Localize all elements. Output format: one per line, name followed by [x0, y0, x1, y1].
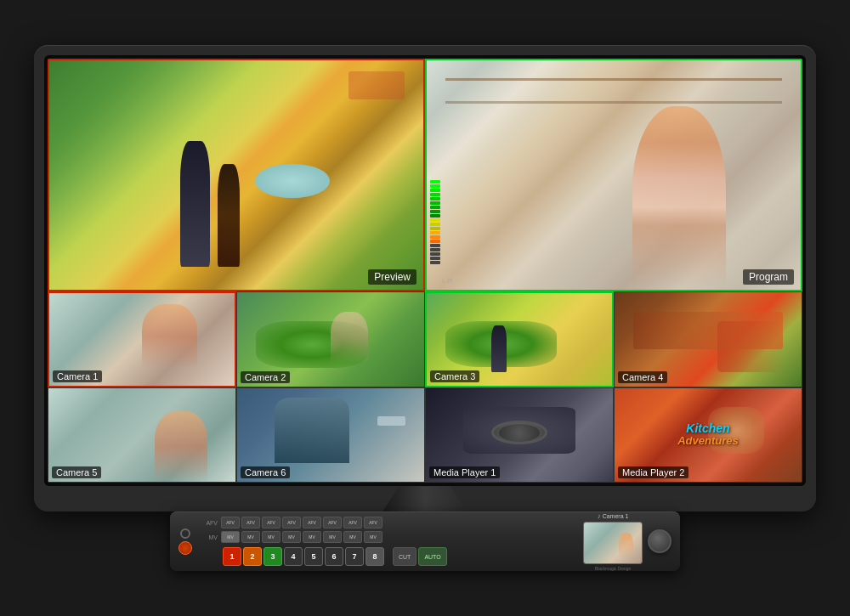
afv-label: AFV: [201, 520, 218, 526]
sw-btn-afv-1[interactable]: AFV: [221, 517, 240, 528]
source-button-3[interactable]: 3: [264, 547, 282, 566]
camera3-label: Camera 3: [430, 370, 479, 382]
source-camera2[interactable]: Camera 2: [236, 291, 425, 387]
tv-screen-bezel: Preview: [44, 55, 806, 487]
program-label: Program: [743, 269, 794, 285]
sw-btn-afv-5[interactable]: AFV: [303, 517, 321, 528]
tv-neck: [382, 486, 468, 511]
source-camera5[interactable]: Camera 5: [48, 387, 236, 483]
sw-btn-mv-5[interactable]: MV: [303, 531, 321, 543]
sw-btn-mv-2[interactable]: MV: [241, 531, 260, 543]
sw-btn-afv-4[interactable]: AFV: [282, 517, 301, 528]
camera6-label: Camera 6: [241, 466, 290, 478]
brand-label: Blackmagic Design: [595, 566, 632, 571]
mv-label: MV: [201, 534, 218, 540]
camera2-label: Camera 2: [241, 371, 290, 383]
tv-outer: Preview: [34, 45, 816, 512]
source-camera6[interactable]: Camera 6: [236, 387, 425, 483]
program-panel: L R Program: [425, 59, 802, 292]
source-button-1[interactable]: 1: [223, 547, 241, 566]
sw-btn-afv-8[interactable]: AFV: [364, 517, 382, 528]
preview-label: Preview: [368, 269, 416, 285]
cut-button[interactable]: CUT: [393, 547, 416, 566]
sw-btn-mv-7[interactable]: MV: [343, 531, 362, 543]
mediaplayer2-label: Media Player 2: [618, 466, 688, 478]
audio-meter: [430, 94, 440, 264]
switcher-current-source: Camera 1: [603, 513, 629, 519]
tv-screen: Preview: [48, 59, 802, 483]
switcher: AFV AFV AFV AFV AFV AFV AFV AFV AFV MV M…: [170, 511, 680, 571]
source-button-6[interactable]: 6: [325, 547, 343, 566]
source-camera3[interactable]: Camera 3: [425, 291, 614, 387]
preview-panel: Preview: [48, 59, 425, 292]
source-button-7[interactable]: 7: [345, 547, 364, 566]
sw-btn-mv-4[interactable]: MV: [282, 531, 301, 543]
sw-btn-mv-8[interactable]: MV: [364, 531, 382, 543]
sw-btn-afv-2[interactable]: AFV: [241, 517, 260, 528]
source-mediaplayer1[interactable]: Media Player 1: [425, 387, 614, 483]
source-camera4[interactable]: Camera 4: [614, 291, 802, 387]
source-camera1[interactable]: Camera 1: [48, 291, 236, 387]
sw-btn-afv-6[interactable]: AFV: [323, 517, 342, 528]
source-mediaplayer2[interactable]: Kitchen Adventures Media Player 2: [614, 387, 802, 483]
sw-btn-mv-6[interactable]: MV: [323, 531, 342, 543]
music-icon: ♪: [598, 512, 601, 520]
sw-btn-afv-3[interactable]: AFV: [262, 517, 280, 528]
source-button-5[interactable]: 5: [304, 547, 323, 566]
logo-line2: Adventures: [677, 436, 739, 448]
camera1-label: Camera 1: [53, 370, 102, 382]
sw-btn-mv-3[interactable]: MV: [262, 531, 280, 543]
headphone-port: [180, 528, 190, 539]
auto-button[interactable]: AUTO: [418, 547, 446, 566]
source-button-8[interactable]: 8: [366, 547, 384, 566]
camera4-label: Camera 4: [618, 371, 667, 383]
main-dial[interactable]: [648, 529, 672, 553]
source-button-4[interactable]: 4: [284, 547, 303, 566]
sw-btn-afv-7[interactable]: AFV: [343, 517, 362, 528]
power-button[interactable]: [178, 541, 192, 555]
tv-stand: [44, 486, 806, 511]
switcher-info-label: ♪ Camera 1: [598, 512, 629, 520]
sw-btn-mv-1[interactable]: MV: [221, 531, 240, 543]
switcher-preview-thumbnail: [583, 522, 643, 564]
mediaplayer1-label: Media Player 1: [429, 466, 500, 478]
camera5-label: Camera 5: [52, 466, 101, 478]
source-button-2[interactable]: 2: [243, 547, 262, 566]
